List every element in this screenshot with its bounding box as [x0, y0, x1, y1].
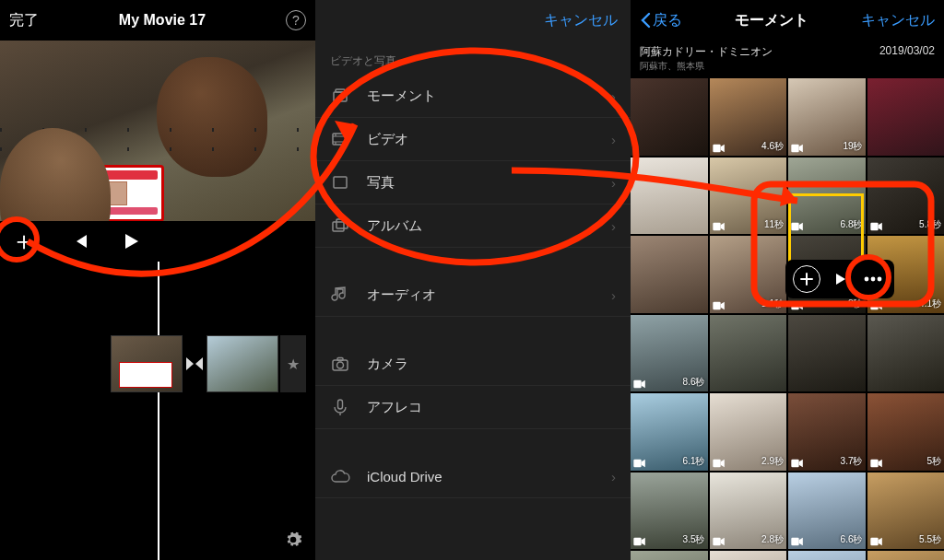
moments-thumb[interactable]	[867, 315, 945, 392]
clip-duration: 6.6秒	[841, 533, 863, 546]
moments-thumb[interactable]: 19秒	[788, 78, 866, 156]
transition-icon[interactable]	[183, 352, 206, 376]
svg-rect-13	[791, 223, 798, 230]
add-clip-button[interactable]	[793, 265, 820, 293]
imovie-editor-panel: 完了 My Movie 17 ? ＋ ★	[0, 0, 315, 560]
decorative	[37, 165, 164, 221]
moments-thumb[interactable]	[867, 78, 945, 156]
chevron-right-icon: ›	[611, 218, 616, 234]
list-item-album[interactable]: アルバム ›	[315, 204, 631, 248]
microphone-icon	[330, 397, 350, 417]
list-item-label: オーディオ	[367, 286, 436, 304]
back-label: 戻る	[653, 11, 682, 30]
svg-rect-19	[633, 459, 641, 466]
moments-thumb[interactable]: 1.1秒	[710, 236, 787, 313]
timeline-clip[interactable]	[111, 335, 183, 392]
clip-duration: 5.8秒	[919, 218, 941, 231]
svg-rect-3	[334, 177, 347, 188]
list-item-video[interactable]: ビデオ ›	[315, 118, 631, 161]
decorative	[0, 128, 315, 132]
clip-duration: 3.5秒	[683, 533, 705, 546]
add-media-button[interactable]: ＋	[9, 227, 39, 256]
svg-rect-24	[713, 538, 720, 545]
moments-thumb[interactable]: 2.8秒	[710, 472, 787, 550]
moments-thumb[interactable]: 6.6秒	[788, 472, 866, 550]
clip-duration: 2.8秒	[761, 533, 784, 546]
clip-duration: 4.1秒	[919, 298, 941, 310]
svg-rect-12	[713, 223, 720, 230]
moments-thumb[interactable]: 5.8秒	[867, 158, 945, 235]
moments-thumb[interactable]	[788, 551, 866, 560]
moments-thumb[interactable]	[631, 236, 708, 313]
play-clip-button[interactable]	[826, 265, 854, 293]
chevron-right-icon: ›	[611, 287, 616, 303]
clip-duration: 5.5秒	[919, 533, 941, 546]
timeline-clip[interactable]	[206, 335, 278, 392]
section-label-media: ビデオと写真	[315, 41, 631, 75]
list-item-icloud[interactable]: iCloud Drive ›	[315, 455, 631, 498]
help-icon[interactable]: ?	[286, 10, 306, 30]
moments-thumb[interactable]	[788, 315, 866, 392]
moments-thumb[interactable]	[631, 551, 708, 560]
svg-rect-5	[336, 219, 348, 228]
moments-thumb[interactable]	[867, 551, 945, 560]
camera-icon	[330, 354, 350, 374]
page-title: モーメント	[735, 11, 808, 30]
settings-icon[interactable]	[280, 527, 306, 553]
svg-rect-18	[633, 380, 641, 388]
svg-rect-23	[633, 538, 641, 545]
media-type-list: モーメント › ビデオ › 写真 › アルバム ›	[315, 75, 631, 248]
collection-date: 2019/03/02	[879, 44, 935, 57]
chevron-right-icon: ›	[611, 469, 616, 484]
moments-thumb[interactable]: 8.6秒	[631, 315, 708, 392]
svg-rect-10	[713, 144, 720, 151]
clip-duration: 1.1秒	[761, 298, 784, 310]
clip-duration: 5秒	[926, 455, 941, 468]
moments-thumb[interactable]	[710, 315, 787, 392]
playhead[interactable]	[158, 262, 159, 560]
clip-duration: 3.7秒	[841, 455, 863, 468]
timeline[interactable]: ★	[0, 262, 315, 560]
cancel-button[interactable]: キャンセル	[861, 11, 935, 30]
list-item-label: アフレコ	[367, 399, 422, 416]
list-item-label: iCloud Drive	[367, 469, 442, 484]
svg-rect-16	[791, 301, 798, 309]
moments-thumb[interactable]: 4.6秒	[710, 78, 787, 156]
moments-thumb[interactable]: 11秒	[710, 158, 787, 235]
audio-icon	[330, 285, 350, 305]
moments-thumb[interactable]: 3.7秒	[788, 393, 866, 471]
moments-thumb[interactable]: 6.8秒	[788, 158, 866, 235]
moments-thumb[interactable]: 3.5秒	[631, 472, 708, 550]
play-button[interactable]	[122, 232, 140, 251]
done-button[interactable]: 完了	[9, 11, 39, 30]
clip-row: ★	[111, 335, 315, 392]
moments-thumb[interactable]	[631, 78, 708, 156]
list-item-camera[interactable]: カメラ	[315, 343, 631, 386]
cancel-button[interactable]: キャンセル	[544, 11, 618, 30]
svg-rect-17	[870, 301, 878, 309]
svg-rect-11	[791, 144, 798, 151]
list-item-label: アルバム	[367, 217, 422, 235]
back-button[interactable]: 戻る	[640, 11, 682, 30]
favorite-button[interactable]: ★	[280, 335, 306, 392]
moments-header: 戻る モーメント キャンセル	[631, 0, 944, 41]
more-options-button[interactable]	[859, 265, 887, 293]
svg-point-7	[337, 362, 344, 368]
svg-point-31	[865, 277, 869, 282]
clip-duration: 19秒	[843, 140, 862, 153]
svg-rect-14	[870, 223, 878, 230]
list-item-moments[interactable]: モーメント ›	[315, 75, 631, 118]
list-item-photo[interactable]: 写真 ›	[315, 161, 631, 204]
skip-back-button[interactable]	[72, 233, 88, 250]
list-item-voiceover[interactable]: アフレコ	[315, 386, 631, 429]
moments-thumb[interactable]	[710, 551, 787, 560]
video-preview[interactable]	[0, 41, 315, 221]
svg-rect-26	[870, 538, 878, 545]
album-icon	[330, 216, 350, 236]
moments-thumb[interactable]: 2.9秒	[710, 393, 787, 471]
moments-thumb[interactable]: 6.1秒	[631, 393, 708, 471]
moments-thumb[interactable]	[631, 158, 708, 235]
moments-thumb[interactable]: 5.5秒	[867, 472, 945, 550]
list-item-audio[interactable]: オーディオ ›	[315, 274, 631, 317]
moments-thumb[interactable]: 5秒	[867, 393, 945, 471]
